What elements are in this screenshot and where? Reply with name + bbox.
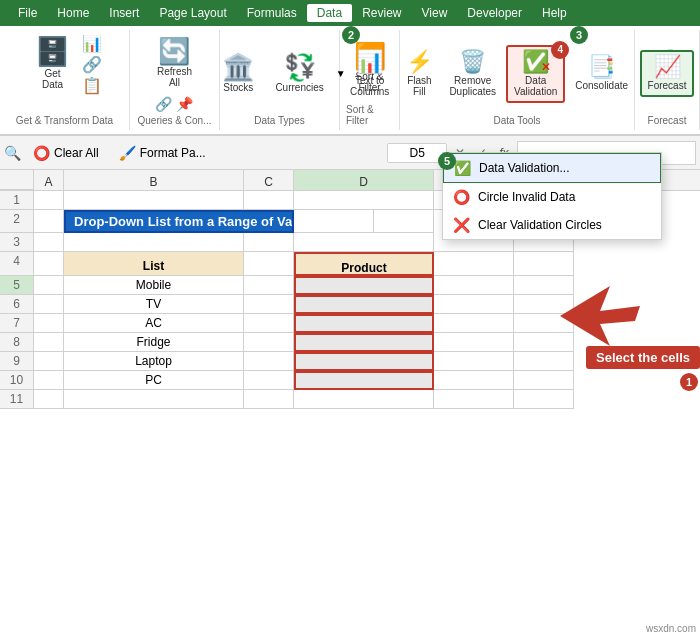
conn2-icon[interactable]: 📌 xyxy=(176,96,193,112)
menu-formulas[interactable]: Formulas xyxy=(237,4,307,22)
text-to-columns-label: Text to Columns xyxy=(350,75,389,97)
badge-1: 1 xyxy=(680,373,698,391)
stocks-icon: 🏛️ xyxy=(222,54,254,80)
remove-duplicates-button[interactable]: 🗑️ Remove Duplicates xyxy=(443,47,502,101)
select-cells-arrow xyxy=(560,286,640,349)
get-data-label: Get Data xyxy=(42,68,63,90)
get-data-group: 🗄️ Get Data 📊 🔗 📋 Get & Transform Data xyxy=(0,30,130,130)
dropdown-circle-invalid[interactable]: ⭕ Circle Invalid Data xyxy=(443,183,661,211)
query2-icon[interactable]: 🔗 xyxy=(82,55,102,74)
validation-icon: ✅✕ xyxy=(522,51,549,73)
data-types-label: Data Types xyxy=(254,113,304,126)
select-cells-label: Select the cells xyxy=(586,346,700,369)
col-c-header[interactable]: C xyxy=(244,170,294,190)
badge-5: 5 xyxy=(438,152,456,170)
dropdown-item-validation-label: Data Validation... xyxy=(479,161,570,175)
stocks-label: Stocks xyxy=(223,82,253,93)
flash-fill-label: Flash Fill xyxy=(407,75,431,97)
dropdown-item-clear-label: Clear Validation Circles xyxy=(478,218,602,232)
menu-review[interactable]: Review xyxy=(352,4,411,22)
circle-invalid-icon: ⭕ xyxy=(453,189,470,205)
conn1-icon[interactable]: 🔗 xyxy=(155,96,172,112)
format-icon: 🖌️ xyxy=(119,145,136,161)
dropdown-item-circle-label: Circle Invalid Data xyxy=(478,190,575,204)
dropdown-clear-circles[interactable]: ❌ Clear Validation Circles xyxy=(443,211,661,239)
forecast-label: Forecast xyxy=(648,80,687,91)
remove-duplicates-label: Remove Duplicates xyxy=(449,75,496,97)
currencies-label: Currencies xyxy=(275,82,323,93)
text-to-columns-button[interactable]: 📊 Text to Columns xyxy=(344,47,395,101)
clear-all-label: Clear All xyxy=(54,146,99,160)
search-icon: 🔍 xyxy=(4,145,21,161)
clear-circles-icon: ❌ xyxy=(453,217,470,233)
product-cell-d10[interactable] xyxy=(294,371,434,390)
clear-all-button[interactable]: ⭕ Clear All xyxy=(25,143,107,163)
menu-help[interactable]: Help xyxy=(532,4,577,22)
stocks-button[interactable]: 🏛️ Stocks xyxy=(213,50,263,97)
corner-cell xyxy=(0,170,34,190)
currencies-icon: 💱 xyxy=(284,54,316,80)
list-header-cell[interactable]: List xyxy=(64,252,244,276)
get-transform-label: Get & Transform Data xyxy=(16,113,113,126)
refresh-all-label: Refresh All xyxy=(157,66,192,88)
duplicates-icon: 🗑️ xyxy=(459,51,486,73)
text-columns-icon: 📊 xyxy=(356,51,383,73)
product-cell-d6[interactable] xyxy=(294,295,434,314)
query1-icon[interactable]: 📊 xyxy=(82,34,102,53)
data-validation-label: Data Validation xyxy=(514,75,557,97)
data-validation-dropdown: ✅ Data Validation... ⭕ Circle Invalid Da… xyxy=(442,152,662,240)
menu-data[interactable]: Data xyxy=(307,4,352,22)
get-data-button[interactable]: 🗄️ Get Data xyxy=(28,34,78,94)
col-a-header[interactable]: A xyxy=(34,170,64,190)
refresh-icon: 🔄 xyxy=(158,38,190,64)
menu-file[interactable]: File xyxy=(8,4,47,22)
menu-insert[interactable]: Insert xyxy=(99,4,149,22)
consolidate-label: Consolidate xyxy=(575,80,628,91)
product-cell-d9[interactable] xyxy=(294,352,434,371)
data-tools-group: 📊 Text to Columns ⚡ Flash Fill 🗑️ Remove… xyxy=(400,30,635,130)
col-b-header[interactable]: B xyxy=(64,170,244,190)
data-validation-button[interactable]: ✅✕ Data Validation 4 xyxy=(506,45,565,103)
query3-icon[interactable]: 📋 xyxy=(82,76,102,95)
product-cell-d7[interactable] xyxy=(294,314,434,333)
flash-icon: ⚡ xyxy=(406,51,433,73)
table-row: 4 List Product xyxy=(0,252,700,276)
queries-conn-label: Queries & Con... xyxy=(138,113,212,126)
data-tools-group-label: Data Tools xyxy=(493,113,540,126)
data-types-group: 🏛️ Stocks 💱 Currencies ▼ Data Types xyxy=(220,30,340,130)
watermark: wsxdn.com xyxy=(646,623,696,634)
menu-developer[interactable]: Developer xyxy=(457,4,532,22)
menu-bar: File Home Insert Page Layout Formulas Da… xyxy=(0,0,700,26)
product-cell-d8[interactable] xyxy=(294,333,434,352)
product-cell-d5[interactable] xyxy=(294,276,434,295)
dropdown-data-validation[interactable]: ✅ Data Validation... xyxy=(443,153,661,183)
clear-icon: ⭕ xyxy=(33,145,50,161)
badge-2: 2 xyxy=(342,26,360,44)
forecast-button[interactable]: 📈 Forecast xyxy=(640,50,695,97)
badge-3: 3 xyxy=(570,26,588,44)
refresh-all-group: 🔄 Refresh All 🔗 📌 Queries & Con... xyxy=(130,30,220,130)
consolidate-icon: 📑 xyxy=(588,56,615,78)
format-pa-button[interactable]: 🖌️ Format Pa... xyxy=(111,143,214,163)
badge-4: 4 xyxy=(551,41,569,59)
get-data-icon: 🗄️ xyxy=(35,38,70,66)
format-label: Format Pa... xyxy=(140,146,206,160)
menu-view[interactable]: View xyxy=(412,4,458,22)
currencies-button[interactable]: 💱 Currencies xyxy=(269,50,329,97)
svg-marker-0 xyxy=(560,286,640,346)
table-row: 10 PC xyxy=(0,371,700,390)
table-row: 11 xyxy=(0,390,700,409)
menu-home[interactable]: Home xyxy=(47,4,99,22)
forecast-group: 📈 Forecast Forecast xyxy=(635,30,700,130)
refresh-all-button[interactable]: 🔄 Refresh All xyxy=(151,34,198,92)
product-header-cell[interactable]: Product xyxy=(294,252,434,276)
menu-page-layout[interactable]: Page Layout xyxy=(149,4,236,22)
col-d-header[interactable]: D xyxy=(294,170,434,190)
validation-menu-icon: ✅ xyxy=(454,160,471,176)
consolidate-button[interactable]: 📑 Consolidate xyxy=(569,52,634,95)
forecast-group-label: Forecast xyxy=(648,113,687,126)
forecast-icon: 📈 xyxy=(654,56,681,78)
flash-fill-button[interactable]: ⚡ Flash Fill xyxy=(399,47,439,101)
